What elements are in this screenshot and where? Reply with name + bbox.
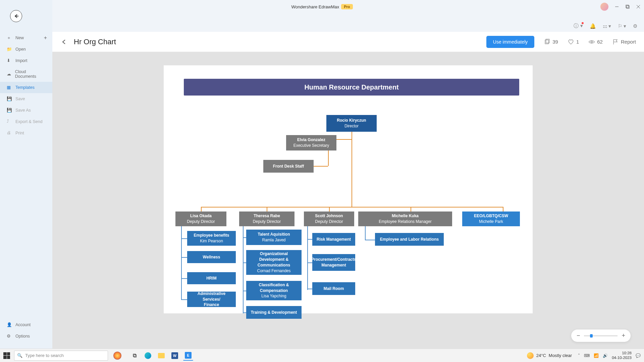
- org-node: Mail Room: [312, 282, 355, 295]
- zoom-in-button[interactable]: +: [622, 332, 625, 339]
- sidebar-item-label: Print: [15, 131, 24, 135]
- tray-chevron-icon[interactable]: ˄: [578, 353, 580, 358]
- export-icon: ⤴: [7, 119, 12, 124]
- sidebar-item-templates[interactable]: ▦Templates: [0, 82, 52, 93]
- clock-date: 04-10-2023: [612, 356, 632, 360]
- taskbar-clock[interactable]: 10:28 04-10-2023: [612, 351, 632, 360]
- org-node-exec-sec: Elvia Gonzalez Executive Secretary: [286, 135, 336, 150]
- sidebar-item-account[interactable]: 👤Account: [0, 319, 52, 330]
- sidebar-item-export: ⤴Export & Send: [0, 116, 52, 127]
- save-icon: 💾: [7, 96, 12, 102]
- org-node-dep-1: Lisa OkadaDeputy Director: [175, 212, 226, 226]
- report-button[interactable]: Report: [612, 39, 636, 45]
- sidebar-item-label: Templates: [15, 85, 35, 90]
- tray-notifications-icon[interactable]: 💬: [636, 353, 641, 358]
- edge-icon[interactable]: [143, 351, 153, 361]
- node-sub: Lisa Yapching: [261, 293, 286, 299]
- windows-taskbar: 🔍Type here to search ⧉ W E 24°C Mostly c…: [0, 349, 644, 362]
- org-node-front-desk: Front Desk Staff: [263, 160, 314, 173]
- views-stat[interactable]: 62: [588, 39, 603, 45]
- node-name: Lisa Okada: [190, 213, 212, 219]
- apps-icon[interactable]: ⚏ ▾: [603, 23, 611, 29]
- folder-icon: 📁: [7, 47, 12, 52]
- copies-stat[interactable]: 39: [544, 39, 558, 45]
- zoom-slider[interactable]: [584, 336, 618, 336]
- app-title: Wondershare EdrawMax: [291, 4, 339, 9]
- node-name: Employee and Labor Relations: [380, 237, 439, 242]
- sidebar-item-label: Export & Send: [15, 119, 43, 124]
- bell-icon[interactable]: 🔔: [590, 23, 596, 29]
- org-node: Organizational Development & Communicati…: [246, 250, 302, 275]
- weather-icon: [527, 352, 534, 359]
- node-role: Employee Relations Manager: [379, 219, 431, 225]
- word-icon[interactable]: W: [170, 351, 180, 361]
- sidebar-item-label: Cloud Documents: [15, 69, 46, 79]
- tray-volume-icon[interactable]: 🔊: [603, 353, 608, 358]
- edrawmax-icon[interactable]: E: [183, 351, 193, 361]
- org-node: Employee benefitsKim Pearson: [187, 231, 236, 246]
- search-icon: 🔍: [17, 353, 22, 358]
- node-name: Wellness: [203, 254, 220, 260]
- likes-stat[interactable]: 1: [568, 39, 579, 45]
- sidebar-item-options[interactable]: ⚙Options: [0, 330, 52, 342]
- help-icon[interactable]: ⓘ ▾: [574, 23, 583, 29]
- org-node: Risk Management: [312, 233, 355, 246]
- org-node: Training & Development: [246, 306, 302, 319]
- sidebar-item-label: Save As: [15, 108, 31, 113]
- template-header: Hr Org Chart Use immediately 39 1 62 Rep…: [52, 32, 644, 52]
- node-name: Rocio Kiryczun: [337, 118, 366, 123]
- node-name: Organizational Development & Communicati…: [249, 251, 299, 268]
- tray-wifi-icon[interactable]: 📶: [594, 353, 599, 358]
- zoom-out-button[interactable]: −: [577, 332, 580, 339]
- tray-keyboard-icon[interactable]: ⌨: [584, 353, 590, 358]
- close-button[interactable]: [636, 4, 641, 9]
- plus-icon[interactable]: +: [44, 35, 47, 41]
- node-name: EEO/LGBTQ/CSW: [474, 213, 508, 219]
- saveas-icon: 💾: [7, 108, 12, 113]
- org-node-dep-3: Scott JohnsonDeputy Director: [304, 212, 354, 226]
- node-name: Procurement/Contracts Management: [311, 257, 356, 268]
- node-name: HRIM: [206, 276, 217, 281]
- user-avatar[interactable]: [600, 3, 608, 11]
- node-name: Training & Development: [251, 310, 297, 315]
- templates-icon: ▦: [7, 85, 12, 90]
- corner-tools: ⓘ ▾ 🔔 ⚏ ▾ ⚐ ▾ ⚙: [574, 23, 637, 29]
- sidebar-item-cloud[interactable]: ☁Cloud Documents: [0, 66, 52, 82]
- task-view-icon[interactable]: ⧉: [129, 351, 140, 361]
- minimize-button[interactable]: [614, 4, 619, 9]
- org-node: Administrative Services/Finance: [187, 292, 236, 307]
- start-button[interactable]: [3, 352, 10, 359]
- canvas-area[interactable]: Human Resource Department Rocio Kiryczun…: [52, 52, 644, 349]
- cortana-icon[interactable]: [109, 351, 125, 361]
- node-name: Michelle Kuka: [392, 213, 419, 219]
- new-icon: ＋: [7, 35, 12, 41]
- sidebar-item-new[interactable]: ＋New+: [0, 32, 52, 44]
- org-node: Procurement/Contracts Management: [312, 254, 355, 271]
- org-node-dep-4: Michelle KukaEmployee Relations Manager: [358, 212, 452, 226]
- org-chart-title: Human Resource Department: [184, 79, 519, 96]
- org-node-dep-2: Theresa RabeDeputy Director: [239, 212, 294, 226]
- back-chevron[interactable]: [60, 38, 68, 46]
- print-icon: 🖨: [7, 130, 12, 136]
- weather-widget[interactable]: 24°C Mostly clear: [527, 352, 572, 359]
- node-sub: Ramla Javed: [262, 237, 285, 243]
- sidebar-item-open[interactable]: 📁Open: [0, 44, 52, 55]
- maximize-button[interactable]: [625, 4, 630, 9]
- org-node-dep-5: EEO/LGBTQ/CSWMichelle Park: [462, 212, 520, 226]
- node-name: Elvia Gonzalez: [297, 137, 325, 143]
- node-role: Michelle Park: [479, 219, 503, 225]
- use-immediately-button[interactable]: Use immediately: [486, 36, 534, 48]
- gift-icon[interactable]: ⚐ ▾: [618, 23, 626, 29]
- taskbar-search[interactable]: 🔍Type here to search: [14, 351, 108, 361]
- svg-point-8: [591, 41, 593, 43]
- node-name: Administrative Services/: [190, 291, 233, 302]
- org-node: Employee and Labor Relations: [375, 233, 444, 246]
- template-canvas: Human Resource Department Rocio Kiryczun…: [164, 65, 533, 313]
- settings-icon[interactable]: ⚙: [633, 23, 637, 29]
- sidebar-item-import[interactable]: ⬇Import: [0, 55, 52, 66]
- back-button[interactable]: [10, 10, 22, 22]
- svg-rect-1: [626, 5, 629, 8]
- file-explorer-icon[interactable]: [156, 351, 166, 361]
- org-node: HRIM: [187, 272, 236, 284]
- node-role: Deputy Director: [315, 219, 343, 225]
